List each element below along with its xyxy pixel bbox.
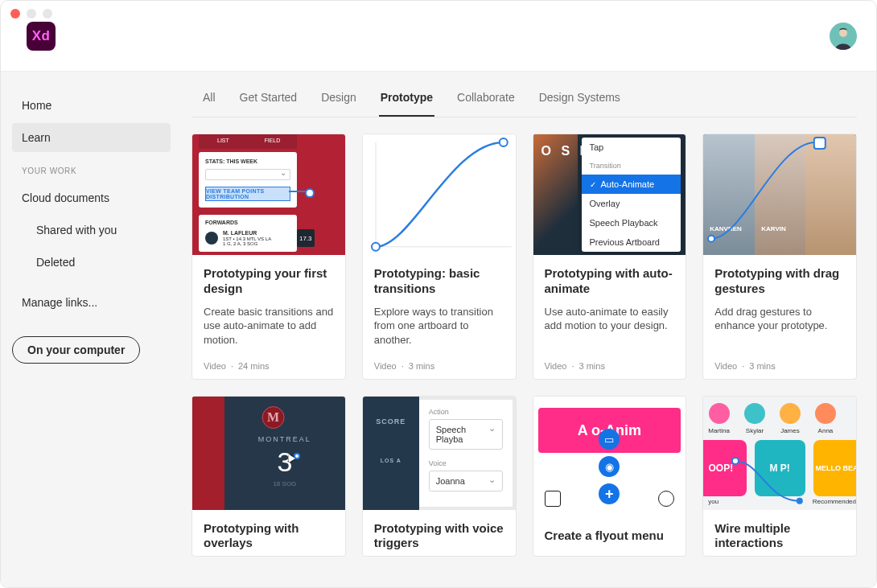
sidebar-section-your-work: Your Work (12, 155, 171, 180)
tutorial-card[interactable]: A o-Anim ▭ ◉ + Create a flyout menu (533, 396, 687, 557)
thumb-text: Transition (582, 157, 681, 175)
tutorial-card-body: Wire multiple interactions (703, 510, 856, 557)
thumb-text: Previous Artboard (582, 232, 681, 252)
thumb-text: FORWARDS (205, 220, 290, 225)
thumb-text: FIELD (248, 134, 297, 149)
tutorial-card[interactable]: O S E Tap Transition Auto-Animate Overla… (533, 134, 687, 380)
easing-curve-icon (363, 134, 516, 255)
thumb-text: Joanna (429, 471, 503, 491)
thumb-text: VIEW TEAM POINTS DISTRIBUTION (205, 187, 290, 201)
tab-all[interactable]: All (201, 80, 217, 117)
tutorial-card[interactable]: Prototyping: basic transitions Explore w… (362, 134, 517, 380)
tutorial-title: Create a flyout menu (545, 528, 675, 544)
tutorial-type: Video (204, 361, 226, 371)
tab-prototype[interactable]: Prototype (379, 80, 434, 117)
cursor-icon (289, 454, 295, 463)
thumb-text: STATS: THIS WEEK (205, 158, 290, 164)
separator-icon (742, 361, 744, 371)
tutorial-thumbnail: SCORELOS A Action Speech Playba Voice Jo… (363, 397, 516, 510)
tutorial-card[interactable]: MONTREAL 3 18 SOG Prototyping with overl… (191, 396, 346, 557)
tutorial-meta: Video 3 mins (545, 361, 675, 371)
tutorial-duration: 3 mins (749, 361, 775, 371)
tutorial-meta: Video 3 mins (374, 361, 504, 371)
tutorial-title: Prototyping with overlays (204, 521, 334, 552)
tutorial-title: Prototyping your first design (204, 266, 334, 297)
separator-icon (401, 361, 404, 371)
sidebar-item-manage-links[interactable]: Manage links... (12, 288, 171, 317)
tutorial-description: Create basic transitions and use auto-an… (204, 305, 334, 362)
learn-category-tabs: All Get Started Design Prototype Collabo… (191, 80, 857, 117)
drag-curve-icon (703, 134, 856, 255)
close-window-icon[interactable] (10, 9, 20, 19)
main-area: Home Learn Your Work Cloud documents Sha… (1, 72, 876, 587)
tutorial-card-body: Prototyping your first design Create bas… (192, 255, 345, 379)
svg-point-6 (708, 236, 714, 242)
tutorial-title: Prototyping with voice triggers (374, 521, 504, 552)
thumb-text: Skylar (746, 427, 764, 434)
thumb-text: M P! (755, 440, 805, 496)
account-avatar[interactable] (830, 23, 857, 50)
book-icon (545, 491, 561, 507)
tab-design[interactable]: Design (319, 80, 358, 117)
sidebar-item-deleted[interactable]: Deleted (12, 248, 171, 277)
thumb-text: Tap (582, 138, 681, 157)
tutorial-duration: 3 mins (579, 361, 605, 371)
svg-rect-7 (814, 138, 826, 149)
tutorial-card-body: Create a flyout menu (533, 517, 686, 556)
thumb-text: Anna (818, 427, 834, 434)
tutorial-card[interactable]: Martina Skylar James Anna OOP! M P! MELL… (702, 396, 857, 557)
tab-collaborate[interactable]: Collaborate (455, 80, 517, 117)
tutorial-description: Add drag gestures to enhance your protot… (714, 305, 845, 362)
tab-design-systems[interactable]: Design Systems (537, 80, 622, 117)
window-traffic-lights (10, 9, 52, 19)
tutorial-description: Explore ways to transition from one artb… (374, 305, 504, 362)
thumb-text: 1 G, 2 A, 3 SOG (223, 241, 257, 246)
thumb-text: 3 (224, 446, 345, 478)
xd-logo-icon: Xd (27, 22, 56, 51)
tutorial-thumbnail: LISTFIELD STATS: THIS WEEK VIEW TEAM POI… (192, 134, 345, 255)
tutorial-card[interactable]: KANVREN KARVIN Prototyping with drag ges… (702, 134, 857, 380)
minimize-window-icon[interactable] (27, 9, 36, 19)
tutorial-card-body: Prototyping with auto-animate Use auto-a… (533, 255, 686, 379)
tutorial-card-body: Prototyping: basic transitions Explore w… (363, 255, 516, 379)
tutorial-card-body: Prototyping with drag gestures Add drag … (703, 255, 856, 379)
tutorial-card[interactable]: SCORELOS A Action Speech Playba Voice Jo… (362, 396, 517, 557)
thumb-text: Auto-Animate (582, 175, 681, 194)
thumb-text: M. LAFLEUR (223, 230, 257, 236)
tab-get-started[interactable]: Get Started (238, 80, 299, 117)
tutorial-thumbnail (363, 134, 516, 255)
maximize-window-icon[interactable] (43, 9, 52, 19)
profile-icon (658, 491, 674, 507)
sidebar-item-shared-with-you[interactable]: Shared with you (12, 216, 171, 245)
sidebar-item-learn[interactable]: Learn (12, 123, 171, 152)
sidebar-item-cloud-documents[interactable]: Cloud documents (12, 183, 171, 212)
thumb-text: Speech Playback (582, 213, 681, 232)
tutorial-card[interactable]: LISTFIELD STATS: THIS WEEK VIEW TEAM POI… (191, 134, 346, 380)
tutorial-title: Prototyping: basic transitions (374, 266, 504, 297)
svg-point-5 (500, 138, 508, 146)
camera-icon: ◉ (599, 456, 620, 477)
on-your-computer-button[interactable]: On your computer (12, 336, 140, 364)
tutorial-title: Prototyping with auto-animate (545, 266, 675, 297)
thumb-text: 18 SOG (224, 480, 345, 487)
tutorial-thumbnail: O S E Tap Transition Auto-Animate Overla… (533, 134, 686, 255)
thumb-text: James (780, 427, 800, 434)
tutorial-thumbnail: A o-Anim ▭ ◉ + (533, 397, 686, 517)
sidebar-item-home[interactable]: Home (12, 91, 171, 120)
thumb-text: Voice (429, 459, 503, 467)
tutorial-thumbnail: MONTREAL 3 18 SOG (192, 397, 345, 510)
thumb-text: MELLO BEAT (813, 440, 856, 496)
tutorial-type: Video (714, 361, 737, 371)
thumb-text: LOS A (363, 458, 419, 463)
tutorial-grid-row-2: MONTREAL 3 18 SOG Prototyping with overl… (191, 396, 857, 573)
svg-rect-1 (363, 134, 516, 255)
tutorial-title: Wire multiple interactions (714, 521, 845, 552)
thumb-text: 17.3 (297, 229, 315, 247)
separator-icon (231, 361, 233, 371)
sidebar: Home Learn Your Work Cloud documents Sha… (1, 72, 182, 587)
vr-icon: ▭ (599, 429, 620, 450)
thumb-text: Recommended (813, 498, 856, 505)
tutorial-title: Prototyping with drag gestures (714, 266, 845, 297)
svg-point-4 (372, 243, 380, 251)
tutorial-duration: 24 mins (238, 361, 270, 371)
